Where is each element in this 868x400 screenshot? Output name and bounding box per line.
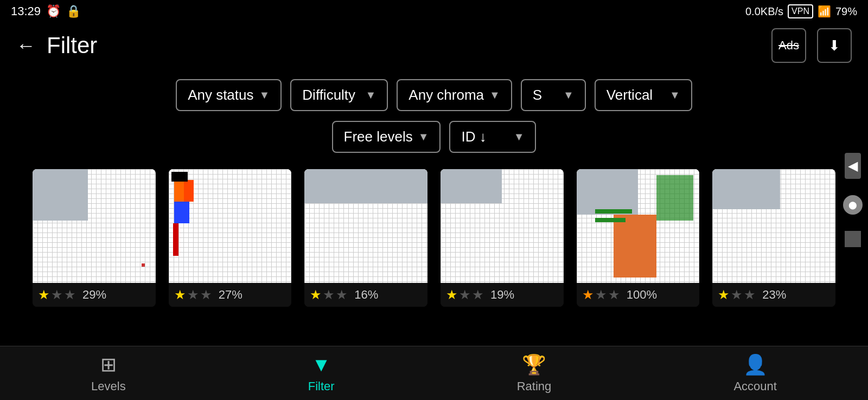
lock-icon: 🔒 bbox=[66, 4, 81, 18]
gray-block bbox=[33, 169, 88, 221]
star-2: ★ bbox=[459, 287, 471, 302]
star-3: ★ bbox=[64, 287, 76, 302]
star-1: ★ bbox=[582, 287, 594, 302]
star-2: ★ bbox=[51, 287, 63, 302]
back-button[interactable]: ← bbox=[16, 34, 36, 57]
level-thumbnail bbox=[33, 169, 156, 283]
star-1: ★ bbox=[718, 287, 730, 302]
chevron-down-icon: ▼ bbox=[489, 89, 500, 101]
chevron-down-icon: ▼ bbox=[563, 89, 574, 101]
card-footer: ★ ★ ★ 29% bbox=[33, 283, 156, 307]
level-card[interactable]: ★ ★ ★ 29% bbox=[33, 169, 156, 307]
level-thumbnail bbox=[712, 169, 835, 283]
level-card[interactable]: ★ ★ ★ 100% bbox=[577, 169, 700, 307]
star-3: ★ bbox=[608, 287, 620, 302]
card-footer: ★ ★ ★ 100% bbox=[577, 283, 700, 307]
level-thumbnail bbox=[169, 169, 292, 283]
size-dropdown[interactable]: S ▼ bbox=[521, 79, 586, 111]
star-2: ★ bbox=[595, 287, 607, 302]
star-rating: ★ ★ ★ bbox=[718, 287, 756, 302]
chevron-down-icon: ▼ bbox=[259, 89, 270, 101]
download-button[interactable]: ⬇ bbox=[817, 28, 852, 63]
free-levels-dropdown[interactable]: Free levels ▼ bbox=[332, 121, 441, 153]
arrow-left-button[interactable]: ◀ bbox=[845, 153, 861, 179]
filters-container: Any status ▼ Difficulty ▼ Any chroma ▼ S… bbox=[0, 79, 868, 153]
status-right: 0.0KB/s VPN 📶 79% bbox=[745, 4, 857, 18]
star-2: ★ bbox=[731, 287, 743, 302]
ad-block-button[interactable]: Ads bbox=[771, 28, 806, 63]
nav-rating[interactable]: 🏆 Rating bbox=[517, 353, 552, 393]
star-rating: ★ ★ ★ bbox=[174, 287, 212, 302]
account-icon: 👤 bbox=[743, 353, 768, 376]
star-3: ★ bbox=[200, 287, 212, 302]
filters-row-1: Any status ▼ Difficulty ▼ Any chroma ▼ S… bbox=[176, 79, 692, 111]
download-icon: ⬇ bbox=[828, 37, 840, 54]
orientation-dropdown[interactable]: Vertical ▼ bbox=[595, 79, 692, 111]
chevron-down-icon: ▼ bbox=[669, 89, 680, 101]
arrow-left-icon: ◀ bbox=[848, 158, 858, 173]
any-chroma-dropdown[interactable]: Any chroma ▼ bbox=[397, 79, 512, 111]
star-3: ★ bbox=[744, 287, 756, 302]
star-1: ★ bbox=[38, 287, 50, 302]
chevron-down-icon: ▼ bbox=[514, 131, 525, 143]
chevron-down-icon: ▼ bbox=[418, 131, 429, 143]
nav-filter[interactable]: ▼ Filter bbox=[308, 353, 335, 393]
level-thumbnail bbox=[577, 169, 700, 283]
star-3: ★ bbox=[336, 287, 348, 302]
sort-dropdown[interactable]: ID ↓ ▼ bbox=[449, 121, 536, 153]
filters-row-2: Free levels ▼ ID ↓ ▼ bbox=[332, 121, 537, 153]
star-rating: ★ ★ ★ bbox=[310, 287, 348, 302]
card-footer: ★ ★ ★ 16% bbox=[304, 283, 427, 307]
signal-icon: 📶 bbox=[818, 5, 831, 18]
completion-percent: 23% bbox=[762, 288, 786, 302]
gray-block bbox=[577, 169, 638, 215]
status-left: 13:29 ⏰ 🔒 bbox=[11, 4, 81, 18]
alarm-icon: ⏰ bbox=[46, 4, 61, 18]
level-card[interactable]: ★ ★ ★ 23% bbox=[712, 169, 835, 307]
battery-display: 79% bbox=[835, 5, 857, 18]
status-bar: 13:29 ⏰ 🔒 0.0KB/s VPN 📶 79% bbox=[0, 0, 868, 23]
gray-block bbox=[712, 169, 780, 209]
header-right: Ads ⬇ bbox=[771, 28, 852, 63]
filter-icon: ▼ bbox=[311, 353, 331, 376]
star-1: ★ bbox=[174, 287, 186, 302]
level-thumbnail bbox=[304, 169, 427, 283]
completion-percent: 27% bbox=[219, 288, 242, 302]
card-footer: ★ ★ ★ 23% bbox=[712, 283, 835, 307]
nav-account[interactable]: 👤 Account bbox=[733, 353, 777, 393]
circle-icon: ⬤ bbox=[848, 201, 857, 209]
grid-icon: ⊞ bbox=[100, 353, 117, 376]
vpn-badge: VPN bbox=[788, 4, 813, 18]
star-3: ★ bbox=[472, 287, 484, 302]
difficulty-dropdown[interactable]: Difficulty ▼ bbox=[290, 79, 388, 111]
card-footer: ★ ★ ★ 27% bbox=[169, 283, 292, 307]
scroll-circle[interactable]: ⬤ bbox=[843, 195, 863, 215]
level-card[interactable]: ★ ★ ★ 19% bbox=[441, 169, 564, 307]
bottom-nav: ⊞ Levels ▼ Filter 🏆 Rating 👤 Account bbox=[0, 346, 868, 400]
level-card[interactable]: ★ ★ ★ 27% bbox=[169, 169, 292, 307]
star-2: ★ bbox=[323, 287, 335, 302]
level-thumbnail bbox=[441, 169, 564, 283]
star-2: ★ bbox=[187, 287, 199, 302]
star-rating: ★ ★ ★ bbox=[38, 287, 76, 302]
header: ← Filter Ads ⬇ bbox=[0, 23, 868, 68]
chevron-down-icon: ▼ bbox=[366, 89, 376, 101]
completion-percent: 29% bbox=[82, 288, 106, 302]
star-1: ★ bbox=[446, 287, 458, 302]
level-card[interactable]: ★ ★ ★ 16% bbox=[304, 169, 427, 307]
star-rating: ★ ★ ★ bbox=[446, 287, 484, 302]
trophy-icon: 🏆 bbox=[522, 353, 546, 376]
header-left: ← Filter bbox=[16, 33, 97, 59]
ad-block-icon: Ads bbox=[778, 38, 799, 53]
time-display: 13:29 bbox=[11, 4, 41, 18]
any-status-dropdown[interactable]: Any status ▼ bbox=[176, 79, 282, 111]
star-rating: ★ ★ ★ bbox=[582, 287, 620, 302]
completion-percent: 16% bbox=[354, 288, 378, 302]
card-footer: ★ ★ ★ 19% bbox=[441, 283, 564, 307]
right-controls: ◀ ⬤ bbox=[843, 153, 863, 247]
scroll-square[interactable] bbox=[845, 231, 861, 247]
star-1: ★ bbox=[310, 287, 322, 302]
completion-percent: 100% bbox=[627, 288, 657, 302]
nav-levels[interactable]: ⊞ Levels bbox=[91, 353, 126, 393]
level-cards-container: ★ ★ ★ 29% ★ ★ ★ bbox=[0, 164, 868, 312]
